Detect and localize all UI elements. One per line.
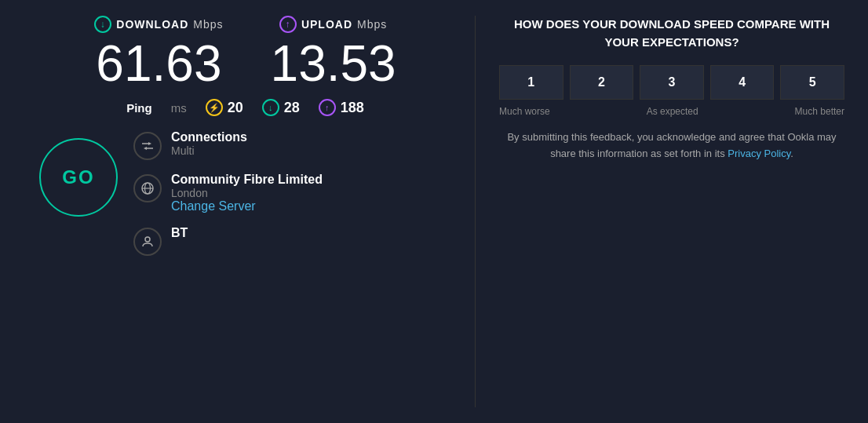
svg-point-7 <box>145 237 150 242</box>
provider-icon <box>133 228 162 256</box>
svg-marker-3 <box>144 147 147 150</box>
panel-divider <box>475 16 476 407</box>
isp-item: Community Fibre Limited London Change Se… <box>133 173 323 213</box>
jitter-item: ⚡ 20 <box>206 99 243 116</box>
isp-name: Community Fibre Limited <box>171 173 323 187</box>
jitter-icon: ⚡ <box>206 99 223 116</box>
rating-5-button[interactable]: 5 <box>780 65 844 100</box>
download-unit: Mbps <box>193 18 223 31</box>
upload-value: 13.53 <box>271 36 396 91</box>
isp-icon <box>133 174 162 202</box>
connections-item: Connections Multi <box>133 130 323 160</box>
connections-icon <box>133 132 162 160</box>
jitter-value: 20 <box>228 100 243 116</box>
download-block: ↓ DOWNLOAD Mbps 61.63 <box>94 16 223 91</box>
download-ping-item: ↓ 28 <box>262 99 300 116</box>
rating-4-button[interactable]: 4 <box>710 65 775 100</box>
upload-icon: ↑ <box>279 16 297 33</box>
download-label: DOWNLOAD <box>116 18 188 31</box>
rating-labels: Much worse As expected Much better <box>499 106 844 117</box>
feedback-title: HOW DOES YOUR DOWNLOAD SPEED COMPARE WIT… <box>499 16 844 51</box>
ping-label: Ping <box>126 101 152 115</box>
upload-block: ↑ UPLOAD Mbps 13.53 <box>271 16 396 91</box>
change-server-link[interactable]: Change Server <box>171 199 323 213</box>
provider-name: BT <box>171 226 188 240</box>
upload-ping-icon: ↑ <box>319 99 336 116</box>
rating-3-button[interactable]: 3 <box>640 65 704 100</box>
svg-marker-1 <box>148 142 151 145</box>
download-ping-icon: ↓ <box>262 99 279 116</box>
upload-unit: Mbps <box>357 18 387 31</box>
go-button[interactable]: GO <box>39 138 118 217</box>
provider-item: BT <box>133 226 323 256</box>
privacy-policy-link[interactable]: Privacy Policy <box>728 148 790 159</box>
upload-ping-value: 188 <box>341 100 364 116</box>
label-better: Much better <box>795 106 844 117</box>
disclaimer-end: . <box>790 148 793 159</box>
server-location: London <box>171 187 323 199</box>
label-worse: Much worse <box>499 106 550 117</box>
rating-2-button[interactable]: 2 <box>570 65 634 100</box>
connections-value: Multi <box>171 144 247 157</box>
connections-label: Connections <box>171 130 247 144</box>
upload-label: UPLOAD <box>301 18 352 31</box>
label-expected: As expected <box>647 106 698 117</box>
server-info: Connections Multi Community Fibre <box>133 130 323 256</box>
download-icon: ↓ <box>94 16 111 33</box>
rating-row: 1 2 3 4 5 <box>499 65 844 100</box>
upload-ping-item: ↑ 188 <box>319 99 364 116</box>
download-ping-value: 28 <box>284 100 300 116</box>
ping-unit: ms <box>171 101 187 115</box>
feedback-disclaimer: By submitting this feedback, you acknowl… <box>499 129 844 162</box>
ping-row: Ping ms ⚡ 20 ↓ 28 ↑ 188 <box>126 99 364 116</box>
download-value: 61.63 <box>94 36 223 91</box>
feedback-panel: HOW DOES YOUR DOWNLOAD SPEED COMPARE WIT… <box>483 16 844 407</box>
rating-1-button[interactable]: 1 <box>499 65 563 100</box>
